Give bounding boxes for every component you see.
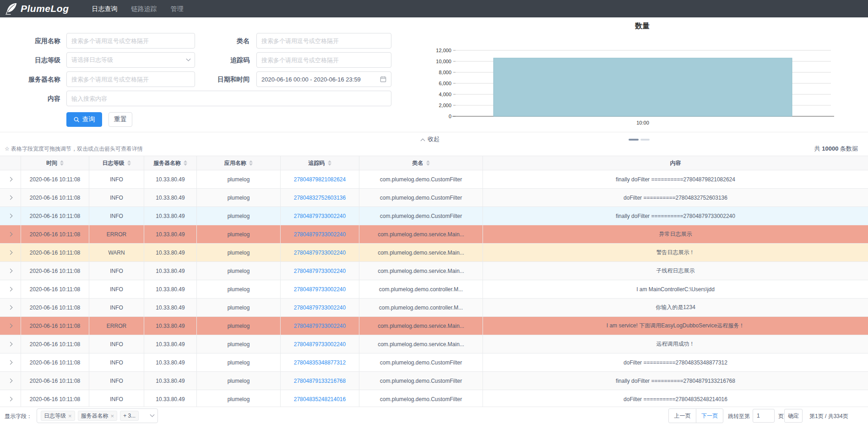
chevron-right-icon[interactable] <box>8 379 13 383</box>
next-page-button[interactable]: 下一页 <box>696 409 723 423</box>
expand-cell <box>0 170 21 188</box>
content-cell: 子线程日志展示 <box>483 262 868 280</box>
column-header-3[interactable]: 服务器名称 <box>144 156 197 170</box>
collapse-button[interactable]: 收起 <box>421 135 439 143</box>
level-cell: ERROR <box>89 225 144 243</box>
chevron-right-icon[interactable] <box>8 196 13 200</box>
trace-link[interactable]: 27804835248214016 <box>294 396 346 402</box>
nav-item-log-query[interactable]: 日志查询 <box>92 0 118 17</box>
trace-link[interactable]: 27804879733002240 <box>294 286 346 293</box>
server-name-input[interactable] <box>66 71 195 87</box>
time-cell: 2020-06-16 10:11:08 <box>21 170 89 188</box>
trace-link[interactable]: 27804879133216768 <box>294 378 346 384</box>
nav-item-trace[interactable]: 链路追踪 <box>131 0 157 17</box>
display-fields-select[interactable]: 日志等级 × 服务器名称 × + 3... <box>37 408 158 423</box>
trace-cell: 27804879133216768 <box>281 372 359 390</box>
total-count: 共 10000 条数据 <box>814 145 858 153</box>
content-input[interactable] <box>66 91 391 106</box>
search-icon <box>74 117 80 123</box>
sort-carets-icon <box>60 160 64 166</box>
field-tag-more[interactable]: + 3... <box>120 411 139 421</box>
log-table-row: 2020-06-16 10:11:08INFO10.33.80.49plumel… <box>0 335 868 353</box>
column-header-6[interactable]: 类名 <box>359 156 483 170</box>
trace-cell: 27804879733002240 <box>281 225 359 243</box>
plumelog-app: PlumeLog 日志查询 链路追踪 管理 应用名称 类名 日志等级 请选择日志… <box>0 0 868 424</box>
prev-page-button[interactable]: 上一页 <box>669 409 696 423</box>
confirm-button[interactable]: 确定 <box>784 409 803 423</box>
trace-link[interactable]: 27804879733002240 <box>294 304 346 311</box>
trace-cell: 27804832752603136 <box>281 189 359 207</box>
column-header-4[interactable]: 应用名称 <box>197 156 281 170</box>
top-nav-bar: PlumeLog 日志查询 链路追踪 管理 <box>0 0 868 17</box>
level-cell: WARN <box>89 244 144 261</box>
confirm-button-label: 确定 <box>788 412 799 420</box>
reset-button[interactable]: 重置 <box>108 112 132 127</box>
total-number: 10000 <box>822 145 838 152</box>
datetime-range-input[interactable]: 2020-06-16 00:00 - 2020-06-16 23:59 <box>256 71 391 87</box>
server-cell: 10.33.80.49 <box>144 299 197 316</box>
count-bar[interactable] <box>494 58 792 116</box>
time-cell: 2020-06-16 10:11:08 <box>21 244 89 261</box>
collapse-row: 收起 <box>0 132 868 145</box>
class-name-cell: com.plumelog.demo.service.Main... <box>359 262 483 280</box>
column-header-5[interactable]: 追踪码 <box>281 156 359 170</box>
content-cell: doFilter ==========27804832752603136 <box>483 189 868 207</box>
table-hint: ☆ 表格字段宽度可拖拽调节，双击或点击箭头可查看详情 <box>5 145 143 153</box>
trace-link[interactable]: 27804835348877312 <box>294 359 346 366</box>
time-cell: 2020-06-16 10:11:08 <box>21 262 89 280</box>
chevron-right-icon[interactable] <box>8 177 13 182</box>
chevron-right-icon[interactable] <box>8 342 13 347</box>
trace-link[interactable]: 27804879733002240 <box>294 323 346 329</box>
chevron-right-icon[interactable] <box>8 250 13 255</box>
expand-cell <box>0 390 21 408</box>
datetime-value: 2020-06-16 00:00 - 2020-06-16 23:59 <box>261 76 361 83</box>
nav-item-manage[interactable]: 管理 <box>171 0 184 17</box>
chevron-right-icon[interactable] <box>8 305 13 310</box>
log-table-row: 2020-06-16 10:11:08INFO10.33.80.49plumel… <box>0 207 868 225</box>
column-header-7: 内容 <box>483 156 868 170</box>
chevron-right-icon[interactable] <box>8 287 13 292</box>
sort-carets-icon <box>328 160 331 166</box>
chevron-right-icon[interactable] <box>8 232 13 237</box>
column-header-2[interactable]: 日志等级 <box>89 156 144 170</box>
trace-link[interactable]: 27804832752603136 <box>294 195 346 201</box>
carousel-dash-active[interactable] <box>629 139 639 141</box>
level-cell: INFO <box>89 372 144 390</box>
chevron-right-icon[interactable] <box>8 214 13 218</box>
chevron-right-icon[interactable] <box>8 360 13 365</box>
log-level-select[interactable]: 请选择日志等级 <box>66 52 195 68</box>
nav-menu: 日志查询 链路追踪 管理 <box>92 0 184 17</box>
chevron-right-icon[interactable] <box>8 324 13 328</box>
search-button-label: 查询 <box>82 115 95 124</box>
column-header-1[interactable]: 时间 <box>21 156 89 170</box>
trace-id-input[interactable] <box>256 52 391 68</box>
hint-row: ☆ 表格字段宽度可拖拽调节，双击或点击箭头可查看详情 共 10000 条数据 <box>0 144 868 155</box>
trace-link[interactable]: 27804879733002240 <box>294 231 346 238</box>
column-label: 服务器名称 <box>153 159 181 167</box>
search-button[interactable]: 查询 <box>66 112 102 127</box>
close-icon[interactable]: × <box>111 413 114 419</box>
level-cell: INFO <box>89 390 144 408</box>
trace-link[interactable]: 27804879733002240 <box>294 250 346 256</box>
class-name-input[interactable] <box>256 33 391 49</box>
trace-link[interactable]: 27804879821082624 <box>294 176 346 183</box>
close-icon[interactable]: × <box>68 413 72 419</box>
log-table: 时间日志等级服务器名称应用名称追踪码类名内容 2020-06-16 10:11:… <box>0 156 868 408</box>
trace-link[interactable]: 27804879733002240 <box>294 213 346 219</box>
server-cell: 10.33.80.49 <box>144 372 197 390</box>
level-cell: INFO <box>89 353 144 371</box>
trace-cell: 27804879733002240 <box>281 207 359 225</box>
level-cell: ERROR <box>89 317 144 335</box>
column-label: 时间 <box>46 159 57 167</box>
chevron-right-icon[interactable] <box>8 269 13 273</box>
trace-link[interactable]: 27804879733002240 <box>294 268 346 274</box>
app-name-input[interactable] <box>66 33 195 49</box>
carousel-dash[interactable] <box>640 139 650 141</box>
trace-link[interactable]: 27804879733002240 <box>294 341 346 348</box>
chevron-right-icon[interactable] <box>8 397 13 402</box>
jump-page-input[interactable] <box>753 409 775 423</box>
column-label: 应用名称 <box>224 159 246 167</box>
sort-carets-icon <box>249 160 253 166</box>
time-cell: 2020-06-16 10:11:08 <box>21 207 89 225</box>
expand-cell <box>0 207 21 225</box>
